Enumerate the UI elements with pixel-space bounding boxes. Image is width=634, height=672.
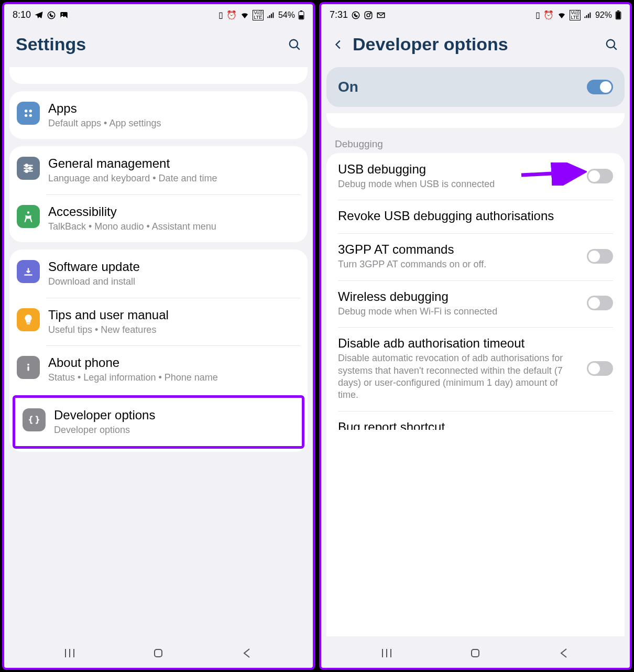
svg-point-26 (352, 12, 359, 19)
previous-card-peek (9, 67, 308, 84)
svg-rect-21 (27, 366, 29, 371)
volte-icon: Vo))LTE (253, 10, 264, 20)
nav-bar (321, 636, 630, 668)
svg-rect-4 (300, 10, 302, 12)
svg-point-11 (29, 114, 32, 117)
toggle-switch[interactable] (587, 296, 613, 310)
recents-button[interactable] (62, 646, 77, 660)
dev-row--gpp-at-commands[interactable]: 3GPP AT commandsTurn 3GPP AT commands on… (326, 233, 625, 280)
dev-row-subtitle: Disable automatic revocation of adb auth… (338, 352, 580, 402)
highlight-annotation: Developer optionsDeveloper options (13, 395, 304, 448)
volte-icon: Vo))LTE (570, 10, 581, 20)
info-icon (17, 356, 40, 379)
svg-point-17 (26, 170, 28, 172)
settings-row-accessibility[interactable]: AccessibilityTalkBack • Mono audio • Ass… (9, 194, 308, 242)
battery-saver-icon: ▯ (535, 10, 540, 20)
svg-line-7 (297, 47, 299, 49)
svg-point-9 (29, 110, 32, 112)
recents-button[interactable] (379, 646, 394, 660)
accessibility-icon (17, 205, 40, 228)
dev-row-title: USB debugging (338, 161, 580, 177)
dev-row-subtitle: Turn 3GPP AT commands on or off. (338, 258, 580, 270)
back-icon[interactable] (333, 39, 344, 50)
svg-point-13 (26, 165, 28, 167)
dev-row-revoke-usb-debugging-authorisations[interactable]: Revoke USB debugging authorisations (326, 200, 625, 233)
svg-rect-39 (472, 649, 479, 657)
home-button[interactable] (468, 646, 483, 660)
status-time: 7:31 (330, 9, 348, 20)
row-subtitle: Download and install (48, 276, 300, 288)
svg-rect-32 (616, 12, 620, 19)
settings-card: General managementLanguage and keyboard … (9, 146, 308, 242)
row-title: About phone (48, 355, 300, 371)
dev-row-wireless-debugging[interactable]: Wireless debuggingDebug mode when Wi-Fi … (326, 280, 625, 327)
previous-section-peek (326, 113, 625, 128)
master-toggle-row[interactable]: On (326, 67, 625, 107)
settings-row-apps[interactable]: AppsDefault apps • App settings (9, 91, 308, 139)
settings-row-general-management[interactable]: General managementLanguage and keyboard … (9, 146, 308, 194)
section-header-debugging: Debugging (321, 134, 630, 153)
settings-row-developer-options[interactable]: Developer optionsDeveloper options (15, 398, 302, 446)
row-subtitle: Status • Legal information • Phone name (48, 372, 300, 384)
settings-row-tips-and-user-manual[interactable]: Tips and user manualUseful tips • New fe… (9, 298, 308, 345)
status-bar: 7:31 ▯ ⏰ Vo))LTE 92% (321, 4, 630, 24)
dev-row-disable-adb-authorisation-timeout[interactable]: Disable adb authorisation timeoutDisable… (326, 327, 625, 411)
master-toggle-switch[interactable] (587, 80, 613, 94)
row-title: Software update (48, 259, 300, 275)
gmail-icon (376, 10, 386, 20)
battery-saver-icon: ▯ (218, 10, 223, 20)
battery-percent: 92% (595, 10, 612, 20)
svg-point-6 (290, 39, 298, 47)
svg-point-8 (25, 110, 27, 112)
toggle-switch[interactable] (587, 249, 613, 264)
dev-row-usb-debugging[interactable]: USB debuggingDebug mode when USB is conn… (326, 153, 625, 200)
row-subtitle: Language and keyboard • Date and time (48, 172, 300, 185)
row-title: General management (48, 156, 300, 171)
svg-point-0 (48, 12, 55, 19)
row-title: Apps (48, 101, 300, 116)
master-toggle-label: On (338, 79, 358, 95)
back-button[interactable] (557, 646, 572, 660)
battery-icon (615, 10, 621, 20)
row-subtitle: TalkBack • Mono audio • Assistant menu (48, 221, 300, 233)
whatsapp-icon (47, 10, 56, 20)
signal-icon (584, 11, 592, 19)
instagram-icon (364, 10, 373, 20)
settings-row-about-phone[interactable]: About phoneStatus • Legal information • … (9, 345, 308, 393)
battery-percent: 54% (278, 10, 295, 20)
battery-icon (298, 10, 304, 20)
settings-row-software-update[interactable]: Software updateDownload and install (9, 250, 308, 297)
search-icon[interactable] (605, 38, 618, 51)
status-time: 8:10 (13, 9, 31, 20)
search-icon[interactable] (288, 38, 301, 51)
alarm-icon: ⏰ (543, 10, 554, 20)
back-button[interactable] (240, 646, 255, 660)
image-icon (59, 10, 69, 20)
toggle-switch[interactable] (587, 361, 613, 376)
settings-list[interactable]: AppsDefault apps • App settingsGeneral m… (4, 67, 313, 636)
row-subtitle: Developer options (54, 424, 294, 436)
signal-icon (267, 11, 275, 19)
update-icon (17, 260, 40, 283)
toggle-switch[interactable] (587, 169, 613, 183)
dev-row-title: Wireless debugging (338, 289, 580, 305)
svg-rect-25 (155, 649, 162, 657)
svg-point-29 (370, 13, 371, 14)
dev-row-title: Bug report shortcut (338, 419, 613, 430)
dev-header: Developer options (321, 24, 630, 67)
svg-rect-5 (299, 15, 303, 19)
dev-row-bug-report-shortcut[interactable]: Bug report shortcut (326, 411, 625, 430)
home-button[interactable] (151, 646, 166, 660)
dev-row-subtitle: Debug mode when USB is connected (338, 178, 580, 190)
svg-point-28 (367, 14, 370, 17)
apps-icon (17, 102, 40, 125)
dev-row-title: Revoke USB debugging authorisations (338, 208, 613, 224)
status-bar: 8:10 ▯ ⏰ Vo))LTE 54% (4, 4, 313, 24)
dev-icon (23, 408, 46, 431)
wifi-icon (240, 10, 249, 20)
nav-bar (4, 636, 313, 668)
row-title: Developer options (54, 407, 294, 423)
dev-row-subtitle: Debug mode when Wi-Fi is connected (338, 306, 580, 318)
right-phone-developer-options: 7:31 ▯ ⏰ Vo))LTE 92% Developer options O… (319, 2, 632, 670)
alarm-icon: ⏰ (226, 10, 237, 20)
